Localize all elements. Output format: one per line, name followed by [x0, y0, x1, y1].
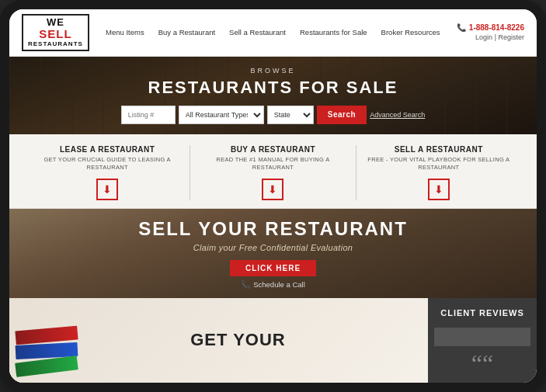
- guide-lease-download-icon[interactable]: ⬇: [96, 179, 118, 200]
- sell-actions: CLICK HERE 📞 Schedule a Call: [230, 260, 316, 289]
- schedule-call[interactable]: 📞 Schedule a Call: [241, 280, 305, 289]
- auth-links: Login | Register: [475, 33, 524, 41]
- guide-sell-title: SELL A RESTAURANT: [395, 145, 483, 154]
- hero-section: BROWSE RESTAURANTS FOR SALE All Restaura…: [9, 57, 537, 134]
- phone-number[interactable]: 1-888-814-8226: [469, 23, 524, 32]
- search-listing-input[interactable]: [121, 106, 176, 124]
- quote-icon: ““: [471, 351, 493, 376]
- guide-sell: SELL A RESTAURANT FREE - YOUR VITAL PLAY…: [356, 145, 521, 200]
- sell-title: SELL YOUR RESTAURANT: [138, 218, 408, 240]
- schedule-phone-icon: 📞: [241, 280, 250, 289]
- guide-sell-download-icon[interactable]: ⬇: [428, 179, 450, 200]
- nav-buy-restaurant[interactable]: Buy a Restaurant: [158, 28, 215, 36]
- guide-lease-desc: GET YOUR CRUCIAL GUIDE TO LEASING A REST…: [31, 156, 183, 172]
- sell-section: SELL YOUR RESTAURANT Claim your Free Con…: [9, 209, 537, 298]
- nav-menu-items[interactable]: Menu Items: [106, 28, 144, 36]
- logo-box: WE SELL RESTAURANTS: [22, 14, 89, 51]
- schedule-label: Schedule a Call: [253, 280, 305, 289]
- guide-sell-desc: FREE - YOUR VITAL PLAYBOOK FOR SELLING A…: [363, 156, 515, 172]
- search-state-select[interactable]: State: [267, 106, 314, 124]
- sell-subtitle: Claim your Free Confidential Evaluation: [193, 243, 353, 252]
- advanced-search-link[interactable]: Advanced Search: [370, 111, 425, 119]
- guide-buy: BUY A RESTAURANT READ THE #1 MANUAL FOR …: [190, 145, 355, 200]
- guide-buy-desc: READ THE #1 MANUAL FOR BUYING A RESTAURA…: [196, 156, 349, 172]
- header: WE SELL RESTAURANTS Menu Items Buy a Res…: [9, 9, 537, 57]
- device-frame: WE SELL RESTAURANTS Menu Items Buy a Res…: [0, 0, 546, 392]
- phone-icon: 📞: [457, 23, 466, 32]
- reviews-bar: [434, 328, 530, 346]
- client-reviews-title: CLIENT REVIEWS: [440, 307, 524, 318]
- get-your-panel: GET YOUR: [9, 298, 428, 383]
- get-your-text: GET YOUR: [190, 330, 286, 350]
- logo-area: WE SELL RESTAURANTS: [22, 14, 89, 51]
- guide-lease-title: LEASE A RESTAURANT: [60, 145, 155, 154]
- guide-section: LEASE A RESTAURANT GET YOUR CRUCIAL GUID…: [9, 134, 537, 209]
- header-right: 📞 1-888-814-8226 Login | Register: [457, 23, 524, 41]
- guide-buy-title: BUY A RESTAURANT: [231, 145, 315, 154]
- login-link[interactable]: Login: [475, 33, 492, 41]
- search-button[interactable]: Search: [317, 106, 367, 124]
- nav-broker-resources[interactable]: Broker Resources: [381, 28, 440, 36]
- hero-title: RESTAURANTS FOR SALE: [148, 78, 398, 98]
- hero-browse-label: BROWSE: [250, 67, 295, 75]
- guide-buy-download-icon[interactable]: ⬇: [262, 179, 283, 200]
- book-stack: [16, 328, 78, 383]
- guide-lease: LEASE A RESTAURANT GET YOUR CRUCIAL GUID…: [25, 145, 190, 200]
- logo-sell: SELL: [39, 28, 71, 41]
- nav-sell-restaurant[interactable]: Sell a Restaurant: [229, 28, 286, 36]
- search-bar: All Restaurant Types State Search Advanc…: [121, 106, 425, 124]
- logo-restaurants: RESTAURANTS: [28, 41, 83, 48]
- register-link[interactable]: Register: [498, 33, 524, 41]
- logo-we: WE: [47, 17, 64, 28]
- nav-bar: Menu Items Buy a Restaurant Sell a Resta…: [89, 28, 457, 36]
- click-here-button[interactable]: CLICK HERE: [230, 260, 316, 276]
- nav-restaurants-for-sale[interactable]: Restaurants for Sale: [300, 28, 367, 36]
- phone-line: 📞 1-888-814-8226: [457, 23, 524, 32]
- search-type-select[interactable]: All Restaurant Types: [179, 106, 264, 124]
- client-reviews-panel: CLIENT REVIEWS ““: [428, 298, 537, 383]
- screen: WE SELL RESTAURANTS Menu Items Buy a Res…: [9, 9, 537, 383]
- bottom-section: GET YOUR CLIENT REVIEWS ““: [9, 298, 537, 383]
